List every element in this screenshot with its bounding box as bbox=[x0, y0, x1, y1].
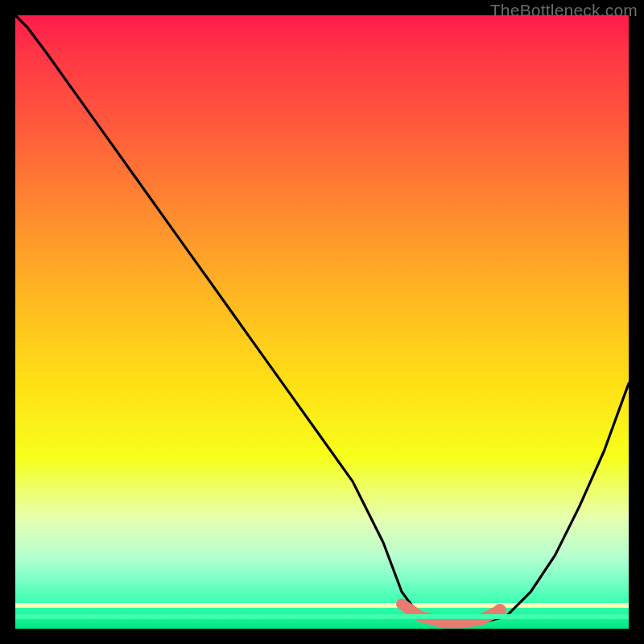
chart-frame: TheBottleneck.com bbox=[0, 0, 644, 644]
bottleneck-curve bbox=[15, 15, 629, 625]
optimal-zone-endpoint bbox=[493, 604, 506, 617]
optimal-zone-highlight bbox=[402, 605, 500, 623]
curve-layer bbox=[15, 15, 629, 629]
watermark-text: TheBottleneck.com bbox=[490, 1, 638, 20]
plot-area bbox=[15, 15, 629, 629]
